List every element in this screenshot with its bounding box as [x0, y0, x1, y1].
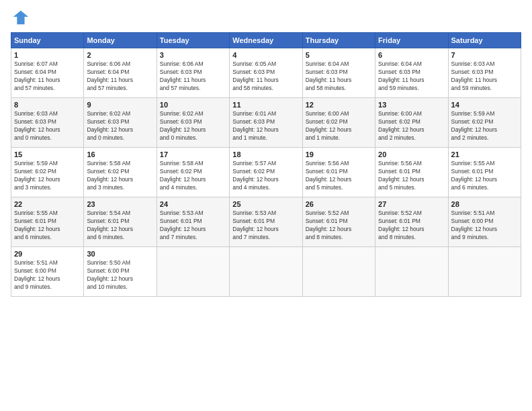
- day-info: Sunrise: 6:06 AM Sunset: 6:04 PM Dayligh…: [87, 60, 153, 93]
- day-info: Sunrise: 5:51 AM Sunset: 6:00 PM Dayligh…: [14, 259, 81, 291]
- calendar-cell: 8Sunrise: 6:03 AM Sunset: 6:03 PM Daylig…: [11, 98, 84, 148]
- day-number: 3: [160, 51, 226, 59]
- day-number: 11: [232, 101, 299, 109]
- day-number: 14: [451, 101, 518, 109]
- day-number: 13: [378, 101, 445, 109]
- week-row-3: 15Sunrise: 5:59 AM Sunset: 6:02 PM Dayli…: [11, 148, 521, 197]
- calendar-cell: 22Sunrise: 5:55 AM Sunset: 6:01 PM Dayli…: [11, 197, 84, 247]
- logo: [11, 8, 32, 27]
- calendar-cell: 14Sunrise: 5:59 AM Sunset: 6:02 PM Dayli…: [448, 98, 521, 148]
- day-info: Sunrise: 5:59 AM Sunset: 6:02 PM Dayligh…: [14, 160, 81, 192]
- calendar-cell: [230, 247, 302, 297]
- day-number: 1: [14, 51, 81, 59]
- col-header-friday: Friday: [375, 33, 448, 48]
- calendar-cell: 3Sunrise: 6:06 AM Sunset: 6:03 PM Daylig…: [157, 48, 229, 98]
- day-number: 9: [87, 101, 153, 109]
- calendar-cell: 15Sunrise: 5:59 AM Sunset: 6:02 PM Dayli…: [11, 148, 84, 197]
- calendar-cell: [448, 247, 521, 297]
- calendar-cell: 2Sunrise: 6:06 AM Sunset: 6:04 PM Daylig…: [84, 48, 157, 98]
- calendar-cell: 29Sunrise: 5:51 AM Sunset: 6:00 PM Dayli…: [11, 247, 84, 297]
- calendar-cell: [375, 247, 448, 297]
- col-header-monday: Monday: [84, 33, 157, 48]
- calendar-cell: 26Sunrise: 5:52 AM Sunset: 6:01 PM Dayli…: [302, 197, 375, 247]
- day-number: 28: [451, 200, 518, 208]
- day-info: Sunrise: 5:54 AM Sunset: 6:01 PM Dayligh…: [87, 210, 153, 242]
- calendar-cell: 28Sunrise: 5:51 AM Sunset: 6:00 PM Dayli…: [448, 197, 521, 247]
- day-info: Sunrise: 5:55 AM Sunset: 6:01 PM Dayligh…: [14, 210, 81, 242]
- day-info: Sunrise: 6:06 AM Sunset: 6:03 PM Dayligh…: [160, 60, 226, 93]
- calendar-cell: 19Sunrise: 5:56 AM Sunset: 6:01 PM Dayli…: [302, 148, 375, 197]
- calendar-cell: [302, 247, 375, 297]
- calendar-cell: 9Sunrise: 6:02 AM Sunset: 6:03 PM Daylig…: [84, 98, 157, 148]
- col-header-thursday: Thursday: [302, 33, 375, 48]
- calendar-cell: 25Sunrise: 5:53 AM Sunset: 6:01 PM Dayli…: [230, 197, 302, 247]
- calendar-cell: 13Sunrise: 6:00 AM Sunset: 6:02 PM Dayli…: [375, 98, 448, 148]
- day-number: 23: [87, 200, 153, 208]
- day-info: Sunrise: 5:52 AM Sunset: 6:01 PM Dayligh…: [378, 210, 445, 242]
- day-number: 15: [14, 150, 81, 158]
- calendar-cell: 16Sunrise: 5:58 AM Sunset: 6:02 PM Dayli…: [84, 148, 157, 197]
- day-number: 18: [232, 150, 299, 158]
- day-info: Sunrise: 5:53 AM Sunset: 6:01 PM Dayligh…: [232, 210, 299, 242]
- col-header-tuesday: Tuesday: [157, 33, 229, 48]
- day-info: Sunrise: 5:55 AM Sunset: 6:01 PM Dayligh…: [451, 160, 518, 192]
- week-row-4: 22Sunrise: 5:55 AM Sunset: 6:01 PM Dayli…: [11, 197, 521, 247]
- day-number: 24: [160, 200, 226, 208]
- svg-marker-0: [13, 11, 28, 25]
- calendar-cell: 11Sunrise: 6:01 AM Sunset: 6:03 PM Dayli…: [230, 98, 302, 148]
- header-row: SundayMondayTuesdayWednesdayThursdayFrid…: [11, 33, 521, 48]
- day-number: 5: [306, 51, 372, 59]
- day-info: Sunrise: 5:57 AM Sunset: 6:02 PM Dayligh…: [232, 160, 299, 192]
- calendar-cell: [157, 247, 229, 297]
- day-info: Sunrise: 5:58 AM Sunset: 6:02 PM Dayligh…: [87, 160, 153, 192]
- day-info: Sunrise: 6:05 AM Sunset: 6:03 PM Dayligh…: [232, 60, 299, 93]
- day-info: Sunrise: 5:58 AM Sunset: 6:02 PM Dayligh…: [160, 160, 226, 192]
- calendar-cell: 20Sunrise: 5:56 AM Sunset: 6:01 PM Dayli…: [375, 148, 448, 197]
- day-number: 17: [160, 150, 226, 158]
- calendar-table: SundayMondayTuesdayWednesdayThursdayFrid…: [11, 32, 521, 297]
- day-number: 25: [232, 200, 299, 208]
- calendar-cell: 1Sunrise: 6:07 AM Sunset: 6:04 PM Daylig…: [11, 48, 84, 98]
- day-info: Sunrise: 6:04 AM Sunset: 6:03 PM Dayligh…: [378, 60, 445, 93]
- calendar-cell: 5Sunrise: 6:04 AM Sunset: 6:03 PM Daylig…: [302, 48, 375, 98]
- col-header-wednesday: Wednesday: [230, 33, 302, 48]
- day-info: Sunrise: 6:00 AM Sunset: 6:02 PM Dayligh…: [306, 110, 372, 142]
- day-number: 21: [451, 150, 518, 158]
- day-info: Sunrise: 5:52 AM Sunset: 6:01 PM Dayligh…: [306, 210, 372, 242]
- week-row-2: 8Sunrise: 6:03 AM Sunset: 6:03 PM Daylig…: [11, 98, 521, 148]
- calendar-cell: 12Sunrise: 6:00 AM Sunset: 6:02 PM Dayli…: [302, 98, 375, 148]
- calendar-cell: 21Sunrise: 5:55 AM Sunset: 6:01 PM Dayli…: [448, 148, 521, 197]
- day-info: Sunrise: 6:02 AM Sunset: 6:03 PM Dayligh…: [160, 110, 226, 142]
- day-info: Sunrise: 5:51 AM Sunset: 6:00 PM Dayligh…: [451, 210, 518, 242]
- day-number: 26: [306, 200, 372, 208]
- header: [11, 8, 521, 27]
- day-number: 10: [160, 101, 226, 109]
- page: SundayMondayTuesdayWednesdayThursdayFrid…: [0, 0, 532, 411]
- day-info: Sunrise: 5:56 AM Sunset: 6:01 PM Dayligh…: [378, 160, 445, 192]
- day-info: Sunrise: 6:04 AM Sunset: 6:03 PM Dayligh…: [306, 60, 372, 93]
- day-number: 29: [14, 250, 81, 258]
- day-number: 19: [306, 150, 372, 158]
- day-number: 7: [451, 51, 518, 59]
- day-number: 20: [378, 150, 445, 158]
- day-info: Sunrise: 6:00 AM Sunset: 6:02 PM Dayligh…: [378, 110, 445, 142]
- day-info: Sunrise: 5:56 AM Sunset: 6:01 PM Dayligh…: [306, 160, 372, 192]
- calendar-cell: 24Sunrise: 5:53 AM Sunset: 6:01 PM Dayli…: [157, 197, 229, 247]
- day-number: 2: [87, 51, 153, 59]
- day-number: 6: [378, 51, 445, 59]
- day-number: 12: [306, 101, 372, 109]
- calendar-cell: 4Sunrise: 6:05 AM Sunset: 6:03 PM Daylig…: [230, 48, 302, 98]
- day-number: 16: [87, 150, 153, 158]
- day-info: Sunrise: 5:59 AM Sunset: 6:02 PM Dayligh…: [451, 110, 518, 142]
- day-info: Sunrise: 6:02 AM Sunset: 6:03 PM Dayligh…: [87, 110, 153, 142]
- col-header-saturday: Saturday: [448, 33, 521, 48]
- calendar-cell: 27Sunrise: 5:52 AM Sunset: 6:01 PM Dayli…: [375, 197, 448, 247]
- day-info: Sunrise: 5:53 AM Sunset: 6:01 PM Dayligh…: [160, 210, 226, 242]
- calendar-cell: 30Sunrise: 5:50 AM Sunset: 6:00 PM Dayli…: [84, 247, 157, 297]
- day-number: 22: [14, 200, 81, 208]
- day-number: 8: [14, 101, 81, 109]
- day-info: Sunrise: 6:03 AM Sunset: 6:03 PM Dayligh…: [451, 60, 518, 93]
- calendar-cell: 6Sunrise: 6:04 AM Sunset: 6:03 PM Daylig…: [375, 48, 448, 98]
- day-info: Sunrise: 5:50 AM Sunset: 6:00 PM Dayligh…: [87, 259, 153, 291]
- day-number: 4: [232, 51, 299, 59]
